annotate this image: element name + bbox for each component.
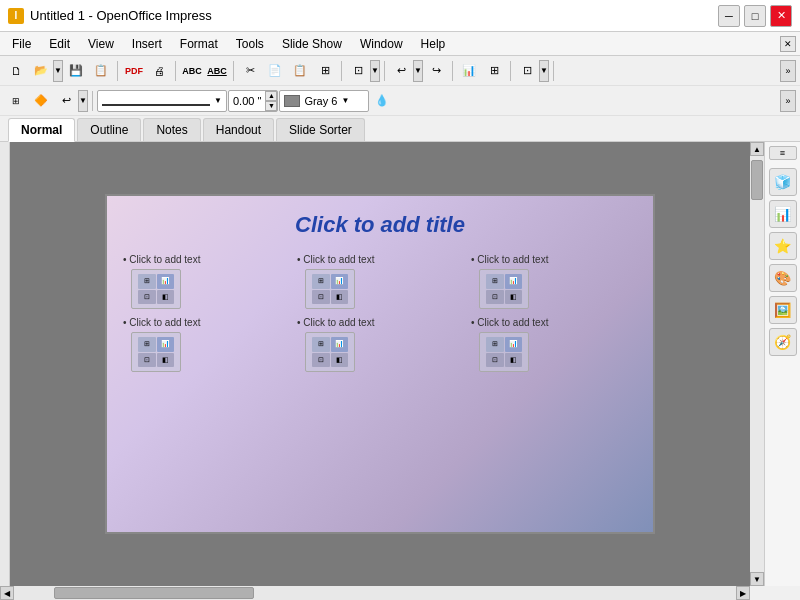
panel-chart-icon[interactable]: 📊 xyxy=(769,200,797,228)
save-as-button[interactable]: 📋 xyxy=(89,59,113,83)
insert-table-button[interactable]: ⊞ xyxy=(482,59,506,83)
chart-icon-2: 📊 xyxy=(331,274,349,289)
sep2 xyxy=(175,61,176,81)
clone-button[interactable]: ⊞ xyxy=(313,59,337,83)
maximize-button[interactable]: □ xyxy=(744,5,766,27)
line-width-input[interactable]: 0.00 " ▲ ▼ xyxy=(228,90,278,112)
cell-text-5: • Click to add text xyxy=(297,317,374,328)
cut-button[interactable]: ✂ xyxy=(238,59,262,83)
scroll-track-vertical[interactable] xyxy=(750,156,764,572)
panel-3d-icon[interactable]: 🧊 xyxy=(769,168,797,196)
chart-icon-4: 📊 xyxy=(157,337,175,352)
cell-icon-6[interactable]: ⊞ 📊 ⊡ ◧ xyxy=(479,332,529,372)
toolbar-overflow[interactable]: » xyxy=(780,60,796,82)
width-down-button[interactable]: ▼ xyxy=(265,101,277,111)
insert-chart-button[interactable]: 📊 xyxy=(457,59,481,83)
panel-gallery-icon[interactable]: 🖼️ xyxy=(769,296,797,324)
cell-icon-3[interactable]: ⊞ 📊 ⊡ ◧ xyxy=(479,269,529,309)
slide-view-area: Click to add title • Click to add text ⊞… xyxy=(0,142,800,586)
menu-file[interactable]: File xyxy=(4,35,39,53)
menu-format[interactable]: Format xyxy=(172,35,226,53)
media-icon-3: ⊡ xyxy=(486,290,504,305)
sep3 xyxy=(233,61,234,81)
scroll-track-horizontal[interactable] xyxy=(14,586,736,600)
object-icon: ◧ xyxy=(157,290,175,305)
display-dropdown[interactable]: ▼ xyxy=(539,60,549,82)
tab-handout[interactable]: Handout xyxy=(203,118,274,141)
toolbar2-overflow[interactable]: » xyxy=(780,90,796,112)
slide-title[interactable]: Click to add title xyxy=(127,212,633,238)
slide-canvas[interactable]: Click to add title • Click to add text ⊞… xyxy=(105,194,655,534)
slide-cell-6[interactable]: • Click to add text ⊞ 📊 ⊡ ◧ xyxy=(471,317,637,372)
menu-tools[interactable]: Tools xyxy=(228,35,272,53)
panel-toggle[interactable]: ≡ xyxy=(769,146,797,160)
panel-paint-icon[interactable]: 🎨 xyxy=(769,264,797,292)
menu-window[interactable]: Window xyxy=(352,35,411,53)
format-btn1[interactable]: ⊞ xyxy=(4,89,28,113)
scroll-right-button[interactable]: ▶ xyxy=(736,586,750,600)
undo-button[interactable]: ↩ xyxy=(389,59,413,83)
cell-icon-5[interactable]: ⊞ 📊 ⊡ ◧ xyxy=(305,332,355,372)
scroll-left-button[interactable]: ◀ xyxy=(0,586,14,600)
navigator-button[interactable]: ⊡ xyxy=(346,59,370,83)
cell-icon-4[interactable]: ⊞ 📊 ⊡ ◧ xyxy=(131,332,181,372)
copy-button[interactable]: 📄 xyxy=(263,59,287,83)
menu-slideshow[interactable]: Slide Show xyxy=(274,35,350,53)
slide-cell-3[interactable]: • Click to add text ⊞ 📊 ⊡ ◧ xyxy=(471,254,637,309)
menu-insert[interactable]: Insert xyxy=(124,35,170,53)
format-btn3[interactable]: ↩ xyxy=(54,89,78,113)
tab-slide-sorter[interactable]: Slide Sorter xyxy=(276,118,365,141)
panel-navigator-icon[interactable]: 🧭 xyxy=(769,328,797,356)
undo-dropdown[interactable]: ▼ xyxy=(413,60,423,82)
open-dropdown[interactable]: ▼ xyxy=(53,60,63,82)
menu-view[interactable]: View xyxy=(80,35,122,53)
slide-cell-1[interactable]: • Click to add text ⊞ 📊 ⊡ ◧ xyxy=(123,254,289,309)
width-up-button[interactable]: ▲ xyxy=(265,91,277,101)
close-menubar-button[interactable]: ✕ xyxy=(780,36,796,52)
slide-cell-5[interactable]: • Click to add text ⊞ 📊 ⊡ ◧ xyxy=(297,317,463,372)
save-button[interactable]: 💾 xyxy=(64,59,88,83)
menu-help[interactable]: Help xyxy=(413,35,454,53)
open-button[interactable]: 📂 xyxy=(29,59,53,83)
eyedropper-button[interactable]: 💧 xyxy=(370,89,394,113)
tab-normal[interactable]: Normal xyxy=(8,118,75,142)
paste-button[interactable]: 📋 xyxy=(288,59,312,83)
scroll-thumb-horizontal[interactable] xyxy=(54,587,254,599)
spellcheck-button[interactable]: ABC xyxy=(180,59,204,83)
redo-button[interactable]: ↪ xyxy=(424,59,448,83)
close-button[interactable]: ✕ xyxy=(770,5,792,27)
minimize-button[interactable]: ─ xyxy=(718,5,740,27)
slide-cell-2[interactable]: • Click to add text ⊞ 📊 ⊡ ◧ xyxy=(297,254,463,309)
export-pdf-button[interactable]: PDF xyxy=(122,59,146,83)
slide-title-area[interactable]: Click to add title xyxy=(107,196,653,246)
scroll-thumb-vertical[interactable] xyxy=(751,160,763,200)
slide-cell-4[interactable]: • Click to add text ⊞ 📊 ⊡ ◧ xyxy=(123,317,289,372)
display-btn[interactable]: ⊡ xyxy=(515,59,539,83)
slide-content-grid: • Click to add text ⊞ 📊 ⊡ ◧ • Clic xyxy=(107,246,653,380)
horizontal-scrollbar[interactable]: ◀ ▶ xyxy=(0,586,750,600)
format-btn2[interactable]: 🔶 xyxy=(29,89,53,113)
autocorrect-button[interactable]: ABC xyxy=(205,59,229,83)
slide-viewport[interactable]: Click to add title • Click to add text ⊞… xyxy=(10,142,750,586)
line-style-dropdown[interactable]: ▼ xyxy=(97,90,227,112)
menu-edit[interactable]: Edit xyxy=(41,35,78,53)
cell-text-4: • Click to add text xyxy=(123,317,200,328)
panel-star-icon[interactable]: ⭐ xyxy=(769,232,797,260)
scroll-down-button[interactable]: ▼ xyxy=(750,572,764,586)
cell-icon-1[interactable]: ⊞ 📊 ⊡ ◧ xyxy=(131,269,181,309)
scroll-up-button[interactable]: ▲ xyxy=(750,142,764,156)
media-icon: ⊡ xyxy=(138,290,156,305)
chart-icon: 📊 xyxy=(157,274,175,289)
navigator-dropdown[interactable]: ▼ xyxy=(370,60,380,82)
format-btn3-drop[interactable]: ▼ xyxy=(78,90,88,112)
vertical-scrollbar[interactable]: ▲ ▼ xyxy=(750,142,764,586)
tab-notes[interactable]: Notes xyxy=(143,118,200,141)
sep1 xyxy=(117,61,118,81)
print-button[interactable]: 🖨 xyxy=(147,59,171,83)
tab-outline[interactable]: Outline xyxy=(77,118,141,141)
cell-icon-2[interactable]: ⊞ 📊 ⊡ ◧ xyxy=(305,269,355,309)
new-button[interactable]: 🗋 xyxy=(4,59,28,83)
app-icon: I xyxy=(8,8,24,24)
sep5 xyxy=(384,61,385,81)
color-dropdown[interactable]: Gray 6 ▼ xyxy=(279,90,369,112)
